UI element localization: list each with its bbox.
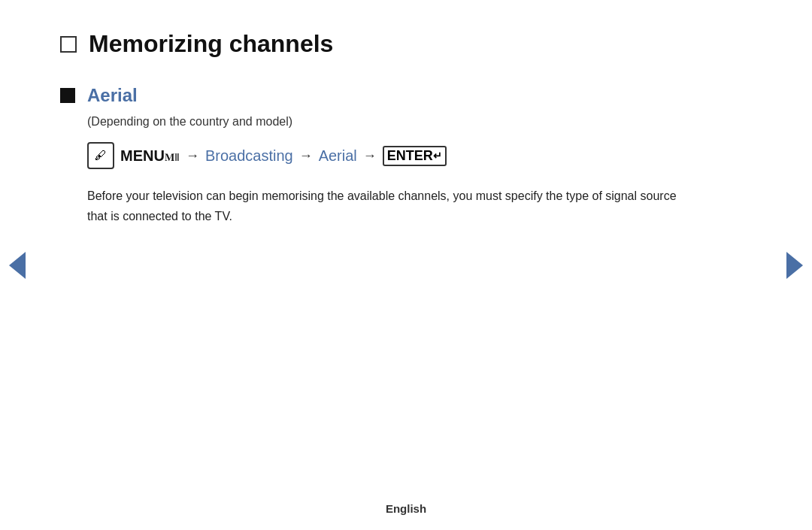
hand-icon: 🖋 xyxy=(95,149,107,162)
section-header-row: Aerial xyxy=(60,85,677,106)
menu-icon-inner: 🖋 xyxy=(95,149,107,162)
enter-label: ENTER↵ xyxy=(383,146,447,166)
aerial-link[interactable]: Aerial xyxy=(319,147,357,165)
broadcasting-link[interactable]: Broadcasting xyxy=(205,147,293,165)
arrow-1-icon: → xyxy=(186,148,199,164)
section-bullet-icon xyxy=(60,88,75,103)
section-title: Aerial xyxy=(87,85,138,106)
page-title-row: Memorizing channels xyxy=(60,30,677,58)
nav-right-button[interactable] xyxy=(786,252,803,279)
section-subtitle: (Depending on the country and model) xyxy=(87,115,677,129)
footer-label: English xyxy=(0,502,812,515)
title-checkbox-icon xyxy=(60,36,77,53)
arrow-2-icon: → xyxy=(299,148,313,164)
menu-path-row: 🖋 MENU𝐌Ⅱ → Broadcasting → Aerial → ENTER… xyxy=(87,142,677,169)
arrow-3-icon: → xyxy=(363,148,377,164)
main-content: Memorizing channels Aerial (Depending on… xyxy=(0,0,737,256)
section-description: Before your television can begin memoris… xyxy=(87,186,677,226)
nav-left-button[interactable] xyxy=(9,252,26,279)
menu-label: MENU𝐌Ⅱ xyxy=(120,147,180,165)
menu-icon: 🖋 xyxy=(87,142,114,169)
page-title: Memorizing channels xyxy=(89,30,333,58)
